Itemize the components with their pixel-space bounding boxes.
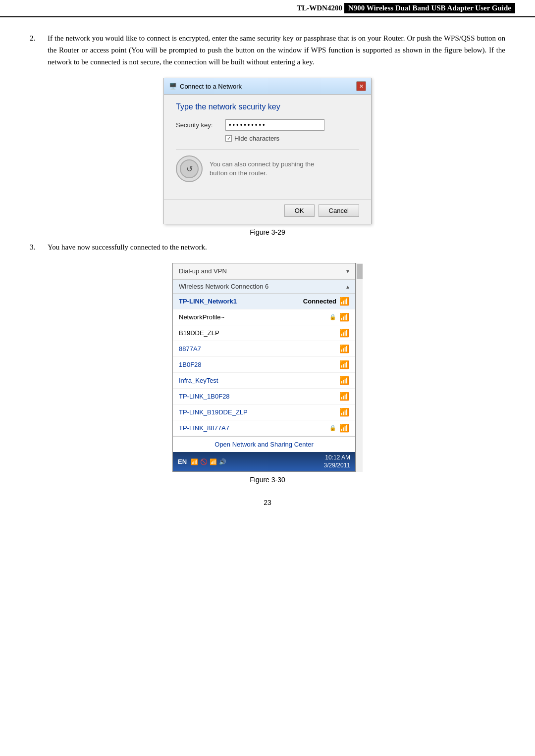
step-2-number: 2. [30, 32, 48, 68]
ok-button[interactable]: OK [284, 204, 315, 217]
wifi-section-header[interactable]: Wireless Network Connection 6 ▴ [173, 279, 355, 294]
lock-icon-tp-link-8877a7: 🔒 [329, 425, 336, 431]
network-x-taskbar-icon: 🚫 [200, 458, 208, 465]
cancel-button[interactable]: Cancel [319, 204, 359, 217]
network-name-1b0f28: 1B0F28 [179, 361, 202, 368]
page-header: TL-WDN4200 N900 Wireless Dual Band USB A… [0, 0, 535, 17]
network-name-networkprofile: NetworkProfile~ [179, 313, 224, 321]
dialog-heading: Type the network security key [176, 102, 359, 111]
network-status-b19dde-zlp: 📶 [339, 328, 349, 338]
svg-text:↺: ↺ [186, 165, 193, 173]
network-status-tp-link-8877a7: 🔒 📶 [329, 423, 349, 433]
taskbar-language: EN [178, 458, 187, 465]
wps-text-line1: You can also connect by pushing the [210, 160, 314, 168]
network-item-1b0f28[interactable]: 1B0F28 📶 [173, 357, 355, 373]
network-item-tp-link-network1[interactable]: TP-LINK_Network1 Connected 📶 [173, 294, 355, 309]
security-key-label: Security key: [176, 121, 225, 129]
figure-29-label: Figure 3-29 [250, 228, 285, 236]
network-item-infra-keytest[interactable]: Infra_KeyTest 📶 [173, 373, 355, 389]
network-item-tp-link-1b0f28[interactable]: TP-LINK_1B0F28 📶 [173, 389, 355, 404]
network-item-networkprofile[interactable]: NetworkProfile~ 🔒 📶 [173, 309, 355, 325]
signal-icon-tp-link-1b0f28: 📶 [339, 392, 349, 401]
network-name-tp-link-b19dde-zlp: TP-LINK_B19DDE_ZLP [179, 408, 248, 416]
hide-characters-label: Hide characters [234, 135, 279, 142]
network-panel: Dial-up and VPN ▾ Wireless Network Conne… [172, 263, 363, 472]
wifi-arrow-icon: ▴ [346, 283, 349, 290]
signal-icon-networkprofile: 📶 [339, 312, 349, 322]
taskbar-time-block: 10:12 AM 3/29/2011 [324, 454, 350, 469]
scrollbar-thumb[interactable] [357, 264, 363, 279]
signal-icon-1b0f28: 📶 [339, 360, 349, 369]
guide-title: N900 Wireless Dual Band USB Adapter User… [344, 3, 515, 13]
security-key-input[interactable] [225, 119, 324, 131]
signal-icon-tp-link-8877a7: 📶 [339, 423, 349, 433]
network-status-networkprofile: 🔒 📶 [329, 312, 349, 322]
main-content: 2. If the network you would like to conn… [0, 17, 535, 526]
network-status-8877a7: 📶 [339, 344, 349, 353]
security-key-field: Security key: [176, 119, 359, 131]
page-number: 23 [30, 499, 505, 506]
figure-30-container: Dial-up and VPN ▾ Wireless Network Conne… [30, 263, 505, 484]
network-item-b19dde-zlp[interactable]: B19DDE_ZLP 📶 [173, 325, 355, 341]
scrollbar[interactable] [356, 263, 363, 472]
network-list: Dial-up and VPN ▾ Wireless Network Conne… [172, 263, 356, 472]
network-panel-content: Dial-up and VPN ▾ Wireless Network Conne… [172, 263, 356, 472]
network-name-8877a7: 8877A7 [179, 345, 201, 353]
dialog-body: Type the network security key Security k… [164, 95, 371, 199]
network-icon: 🖥️ [169, 83, 177, 90]
connected-label: Connected [303, 298, 336, 305]
taskbar-date: 3/29/2011 [324, 462, 350, 470]
network-name-infra-keytest: Infra_KeyTest [179, 377, 218, 384]
taskbar-icons: 📶 🚫 📶 🔊 [191, 458, 226, 465]
dialog-titlebar: 🖥️ Connect to a Network ✕ [164, 78, 371, 95]
step-3-number: 3. [30, 241, 48, 253]
wps-text-line2: button on the router. [210, 169, 267, 177]
signal-icon-infra-keytest: 📶 [339, 376, 349, 385]
network-footer: Open Network and Sharing Center [173, 436, 355, 452]
dialup-arrow-icon: ▾ [346, 268, 349, 275]
step-2-text: If the network you would like to connect… [48, 32, 505, 68]
network-name-tp-link-network1: TP-LINK_Network1 [179, 298, 237, 305]
step-2: 2. If the network you would like to conn… [30, 32, 505, 68]
dialog-close-button[interactable]: ✕ [356, 81, 366, 91]
dialog-divider [176, 149, 359, 150]
figure-30-label: Figure 3-30 [250, 476, 285, 484]
network-status-infra-keytest: 📶 [339, 376, 349, 385]
signal-icon-tp-link-network1: 📶 [339, 297, 349, 306]
hide-characters-row: ✓ Hide characters [225, 135, 359, 142]
network-signal-taskbar-icon: 📶 [191, 458, 198, 465]
network-item-tp-link-8877a7[interactable]: TP-LINK_8877A7 🔒 📶 [173, 420, 355, 436]
network-item-8877a7[interactable]: 8877A7 📶 [173, 341, 355, 357]
signal-icon-b19dde-zlp: 📶 [339, 328, 349, 338]
network-status-tp-link-1b0f28: 📶 [339, 392, 349, 401]
signal-icon-tp-link-b19dde-zlp: 📶 [339, 407, 349, 417]
volume-taskbar-icon: 🔊 [219, 458, 226, 465]
dialog-title-label: Connect to a Network [180, 83, 242, 90]
dialog-footer: OK Cancel [164, 199, 371, 224]
connect-to-network-dialog: 🖥️ Connect to a Network ✕ Type the netwo… [163, 78, 372, 224]
hide-characters-checkbox[interactable]: ✓ [225, 135, 232, 142]
open-network-center-link[interactable]: Open Network and Sharing Center [214, 441, 313, 448]
wps-description: You can also connect by pushing the butt… [210, 160, 314, 178]
network-status-tp-link-b19dde-zlp: 📶 [339, 407, 349, 417]
figure-29-container: 🖥️ Connect to a Network ✕ Type the netwo… [30, 78, 505, 236]
taskbar: EN 📶 🚫 📶 🔊 10:12 AM 3/29/2011 [173, 452, 355, 471]
network-name-tp-link-1b0f28: TP-LINK_1B0F28 [179, 393, 230, 400]
step-3-text: You have now successfully connected to t… [48, 241, 505, 253]
wps-row: ↺ You can also connect by pushing the bu… [176, 155, 359, 182]
dialog-title: 🖥️ Connect to a Network [169, 83, 242, 90]
signal-icon-8877a7: 📶 [339, 344, 349, 353]
dialup-section-title: Dial-up and VPN [179, 267, 227, 275]
wps-icon: ↺ [176, 155, 203, 182]
network-status-1b0f28: 📶 [339, 360, 349, 369]
wifi-section-title: Wireless Network Connection 6 [179, 283, 268, 290]
step-3: 3. You have now successfully connected t… [30, 241, 505, 253]
network-status-tp-link-network1: Connected 📶 [303, 297, 349, 306]
lock-icon-networkprofile: 🔒 [329, 314, 336, 320]
network-item-tp-link-b19dde-zlp[interactable]: TP-LINK_B19DDE_ZLP 📶 [173, 404, 355, 420]
network-name-tp-link-8877a7: TP-LINK_8877A7 [179, 424, 229, 432]
network-name-b19dde-zlp: B19DDE_ZLP [179, 329, 219, 337]
dialup-section-header[interactable]: Dial-up and VPN ▾ [173, 263, 355, 279]
wifi-taskbar-icon: 📶 [210, 458, 217, 465]
taskbar-left: EN 📶 🚫 📶 🔊 [178, 458, 226, 465]
